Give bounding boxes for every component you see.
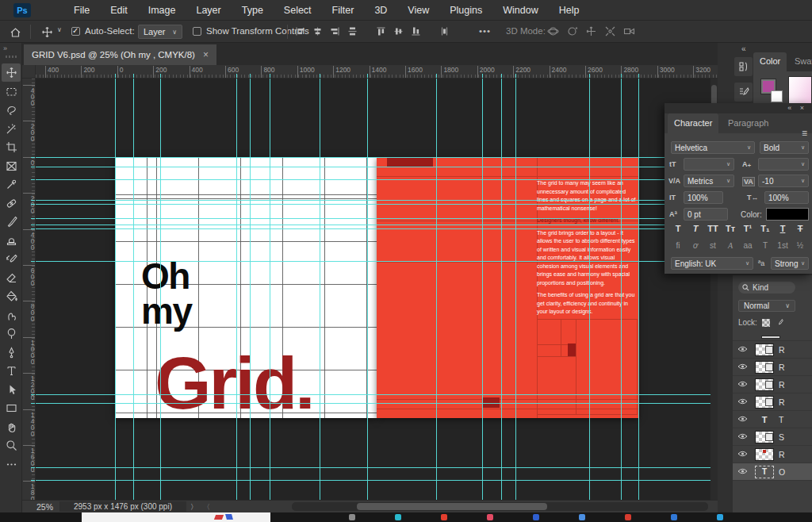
distribute-v-icon[interactable] — [439, 26, 450, 39]
leading-dropdown[interactable]: ∨ — [758, 158, 809, 171]
layer-row[interactable]: R — [733, 393, 812, 411]
taskbar-app-icon[interactable] — [487, 514, 493, 520]
align-top-icon[interactable] — [376, 26, 386, 39]
guide-vertical[interactable] — [436, 79, 437, 500]
layer-row[interactable]: R — [733, 376, 812, 393]
menu-plugins[interactable]: Plugins — [439, 5, 492, 16]
menu-view[interactable]: View — [397, 5, 439, 16]
taskbar-app-icon[interactable] — [395, 514, 401, 520]
type-style-toggle[interactable]: T¹ — [741, 224, 755, 233]
menu-image[interactable]: Image — [138, 5, 186, 16]
guide-horizontal[interactable] — [36, 261, 718, 262]
character-panel-header[interactable]: « × — [665, 103, 812, 113]
vertical-scale-field[interactable]: 100% — [684, 191, 723, 204]
tool-hand[interactable] — [2, 418, 21, 436]
close-tab-icon[interactable]: × — [203, 49, 209, 60]
tool-brush[interactable] — [2, 213, 21, 231]
type-style-toggle[interactable]: T — [776, 224, 790, 233]
ruler-corner[interactable] — [22, 65, 36, 79]
layer-row[interactable]: R — [733, 341, 812, 359]
layer-row[interactable]: TT — [733, 411, 812, 428]
tool-gradient[interactable] — [2, 287, 21, 305]
guide-vertical[interactable] — [133, 79, 134, 500]
status-menu-icon[interactable]: 〉 — [190, 502, 197, 512]
guide-vertical[interactable] — [236, 79, 237, 500]
tool-more[interactable] — [2, 455, 21, 474]
more-options-icon[interactable]: ••• — [479, 26, 491, 36]
layer-thumbnail[interactable]: T — [755, 466, 774, 478]
layer-visibility-icon[interactable] — [737, 449, 750, 460]
tab-color[interactable]: Color — [753, 52, 787, 71]
font-size-dropdown[interactable]: ∨ — [684, 158, 734, 171]
document-tab[interactable]: GRID V6.psd @ 25% (Oh my , CMYK/8) × — [24, 44, 216, 65]
guide-horizontal[interactable] — [36, 204, 718, 205]
background-color-swatch[interactable] — [771, 90, 783, 102]
opentype-toggle[interactable]: 1st — [776, 241, 790, 250]
move-tool-icon[interactable] — [41, 26, 53, 38]
antialias-dropdown[interactable]: Strong ∨ — [771, 257, 809, 270]
taskbar-app-icon[interactable] — [717, 514, 723, 520]
tool-zoom[interactable] — [2, 436, 21, 455]
align-left-icon[interactable] — [295, 26, 305, 39]
artboard-white-page[interactable]: Oh my Grid. — [115, 157, 377, 418]
chevron-down-icon[interactable]: ∨ — [57, 26, 62, 33]
type-style-toggle[interactable]: T — [688, 224, 703, 233]
tool-heal[interactable] — [2, 194, 21, 213]
guide-vertical[interactable] — [621, 79, 622, 500]
guide-horizontal[interactable] — [36, 218, 718, 219]
blend-mode-dropdown[interactable]: Normal ∨ — [738, 300, 795, 312]
type-style-toggle[interactable]: Tᴛ — [723, 224, 737, 233]
align-bottom-icon[interactable] — [411, 26, 421, 39]
tool-smudge[interactable] — [2, 306, 21, 324]
layer-thumbnail[interactable]: T — [755, 413, 774, 426]
toolbar-grip[interactable] — [6, 56, 17, 58]
layer-thumbnail[interactable] — [755, 431, 774, 443]
auto-select-target-dropdown[interactable]: Layer ∨ — [138, 25, 182, 39]
layer-row[interactable]: TO — [733, 463, 812, 481]
lock-paint-icon[interactable] — [775, 318, 783, 327]
opentype-toggle[interactable]: fi — [671, 241, 685, 250]
guide-horizontal[interactable] — [36, 225, 718, 225]
layer-thumbnail[interactable] — [755, 361, 774, 374]
tool-eyedropper[interactable] — [2, 175, 21, 194]
guide-horizontal[interactable] — [36, 228, 718, 229]
baseline-shift-field[interactable]: 0 pt — [684, 208, 728, 221]
menu-3d[interactable]: 3D — [364, 5, 397, 16]
lock-transparency-icon[interactable] — [762, 319, 770, 327]
layer-filter-search[interactable]: Kind — [738, 282, 795, 294]
layer-row[interactable]: S — [733, 428, 812, 446]
menu-edit[interactable]: Edit — [100, 5, 138, 16]
guide-horizontal[interactable] — [36, 394, 718, 395]
horizontal-scrollbar[interactable] — [292, 502, 708, 511]
layer-row-partial[interactable] — [733, 336, 812, 341]
align-center-v-icon[interactable] — [393, 26, 404, 39]
guide-vertical[interactable] — [589, 79, 590, 500]
guide-vertical[interactable] — [320, 79, 320, 500]
guide-vertical[interactable] — [638, 79, 639, 500]
text-color-swatch[interactable] — [766, 208, 809, 221]
guide-vertical[interactable] — [367, 79, 368, 500]
3d-roll-icon[interactable] — [566, 25, 578, 40]
tool-marquee[interactable] — [2, 83, 21, 101]
guide-vertical[interactable] — [515, 79, 516, 500]
font-style-dropdown[interactable]: Bold ∨ — [760, 141, 809, 154]
libraries-panel-icon[interactable] — [734, 57, 753, 76]
type-style-toggle[interactable]: T — [793, 224, 807, 233]
layer-thumbnail[interactable] — [755, 378, 774, 391]
collapse-panels-icon[interactable]: « — [741, 44, 745, 53]
status-back-icon[interactable]: 〈 — [203, 502, 210, 512]
layer-visibility-icon[interactable] — [737, 432, 750, 443]
3d-pan-icon[interactable] — [585, 25, 597, 40]
guide-horizontal[interactable] — [36, 480, 718, 481]
layer-row[interactable]: R — [733, 359, 812, 376]
taskbar-app-icon[interactable] — [441, 514, 447, 520]
guide-vertical[interactable] — [160, 79, 161, 500]
opentype-toggle[interactable]: A — [723, 241, 737, 250]
tracking-dropdown[interactable]: -10 ∨ — [758, 175, 809, 187]
layer-visibility-icon[interactable] — [737, 397, 750, 408]
tool-lasso[interactable] — [2, 101, 21, 119]
3d-dolly-icon[interactable] — [623, 25, 635, 40]
horizontal-scroll-thumb[interactable] — [357, 503, 547, 510]
type-style-toggle[interactable]: T₁ — [758, 224, 772, 233]
distribute-h-icon[interactable] — [347, 26, 358, 39]
